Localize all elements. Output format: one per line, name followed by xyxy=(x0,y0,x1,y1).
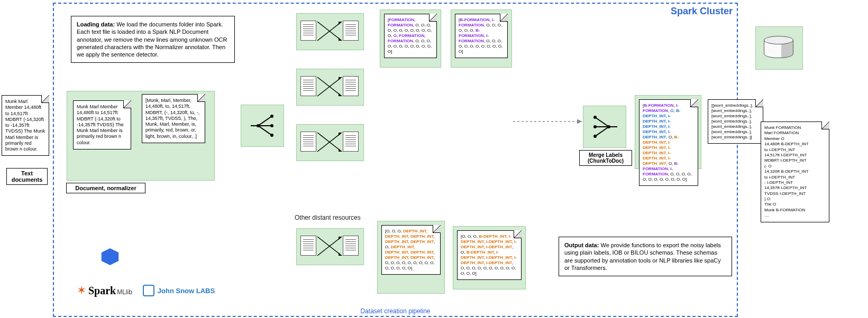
merged-doc: [B-FORMATION, I-FORMATION, O, B-DEPTH_IN… xyxy=(639,99,698,186)
doc-norm-doc1: Munk Marl Member 14,480ft to 14,517ft MD… xyxy=(73,100,131,149)
mini-doc-icon xyxy=(300,132,316,152)
text-doc-input: Munk Marl Member 14,480ft to 14,517ft MD… xyxy=(2,95,49,156)
output-doc: Munk FORMATIONMarl FORMATIONMember O14,4… xyxy=(761,121,829,222)
split-icon xyxy=(248,111,277,141)
embeddings-doc: [[word_embeddings..],[word_embeddings..]… xyxy=(708,99,763,144)
svg-line-26 xyxy=(595,127,609,136)
output-info-box: Output data: We provide functions to exp… xyxy=(559,237,732,276)
svg-point-7 xyxy=(270,134,273,137)
crossover-arrows-icon xyxy=(316,75,343,98)
spark-logo-text: Spark xyxy=(88,285,116,296)
svg-marker-22 xyxy=(339,252,342,256)
crossover-arrows-icon xyxy=(316,130,343,154)
svg-marker-14 xyxy=(339,93,342,96)
loading-info-box: Loading data: We load the documents fold… xyxy=(71,16,235,63)
mini-doc-icon xyxy=(343,21,359,41)
text-documents-label: Text documents xyxy=(6,168,48,185)
doc-norm-doc2: [Munk, Marl, Member, 14,480ft, to, 14,51… xyxy=(142,94,205,143)
mini-doc-icon xyxy=(300,76,316,96)
text-doc-content: Munk Marl Member 14,480ft to 14,517ft MD… xyxy=(5,99,45,152)
labels-top1: [FORMATION, FORMATION, O, O, O, O, O, O,… xyxy=(384,14,437,58)
pipeline-label: Dataset creation pipeline xyxy=(360,307,430,315)
svg-marker-15 xyxy=(339,77,342,80)
svg-point-6 xyxy=(270,124,273,127)
crossover-arrows-icon xyxy=(316,235,343,258)
svg-point-28 xyxy=(593,116,597,119)
database-icon xyxy=(764,36,793,58)
svg-marker-18 xyxy=(339,148,342,152)
mini-doc-icon xyxy=(343,132,359,152)
crossover-arrows-icon xyxy=(316,20,343,43)
mini-doc-icon xyxy=(343,236,359,256)
svg-point-29 xyxy=(593,125,597,128)
labels-top2: [B-FORMATION, I-FORMATION, O, O, O, O, O… xyxy=(455,14,508,58)
merge-icon xyxy=(590,112,619,142)
cluster-title: Spark Cluster xyxy=(671,6,733,17)
labels-bot2: [O, O, O, B-DEPTH_INT, I-DEPTH_INT, I-DE… xyxy=(457,230,522,280)
mini-doc-icon xyxy=(300,236,316,256)
jsl-logo: John Snow LABS xyxy=(143,285,215,296)
svg-point-31 xyxy=(607,125,610,128)
doc-norm-label: Document, normalizer xyxy=(66,183,145,193)
other-distant-label: Other distant resources xyxy=(295,214,361,221)
svg-line-4 xyxy=(258,126,272,135)
svg-marker-11 xyxy=(339,22,342,25)
merge-label: Merge Labels (ChunkToDoc) xyxy=(579,150,632,166)
svg-line-24 xyxy=(595,117,609,127)
svg-point-30 xyxy=(593,135,597,138)
svg-marker-19 xyxy=(339,133,342,136)
svg-marker-23 xyxy=(339,237,342,240)
mini-doc-icon xyxy=(300,21,316,41)
labels-bot1: [O, O, O, DEPTH_INT, DEPTH_INT, DEPTH_IN… xyxy=(381,225,441,275)
svg-marker-10 xyxy=(339,38,342,41)
svg-point-5 xyxy=(270,115,273,118)
logo-area: ✶ SparkMLlib John Snow LABS xyxy=(77,275,225,306)
svg-line-2 xyxy=(258,116,272,126)
mini-doc-icon xyxy=(343,76,359,96)
